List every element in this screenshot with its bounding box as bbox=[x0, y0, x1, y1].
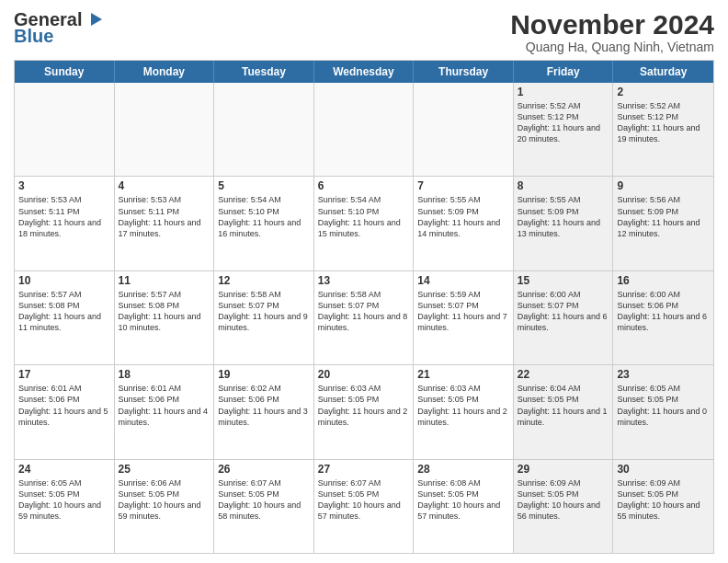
day-number: 30 bbox=[617, 463, 710, 476]
cell-info: Sunrise: 6:05 AM Sunset: 5:05 PM Dayligh… bbox=[18, 477, 110, 523]
cell-info: Sunrise: 5:57 AM Sunset: 5:08 PM Dayligh… bbox=[119, 289, 210, 334]
cal-cell-21: 21Sunrise: 6:03 AM Sunset: 5:05 PM Dayli… bbox=[414, 365, 514, 458]
cell-info: Sunrise: 5:55 AM Sunset: 5:09 PM Dayligh… bbox=[417, 194, 509, 239]
header-day-saturday: Saturday bbox=[613, 61, 713, 83]
day-number: 13 bbox=[318, 274, 410, 287]
cal-cell-11: 11Sunrise: 5:57 AM Sunset: 5:08 PM Dayli… bbox=[115, 271, 215, 364]
cell-info: Sunrise: 6:00 AM Sunset: 5:06 PM Dayligh… bbox=[617, 289, 710, 334]
cal-cell-2: 2Sunrise: 5:52 AM Sunset: 5:12 PM Daylig… bbox=[613, 83, 713, 176]
cell-info: Sunrise: 6:09 AM Sunset: 5:05 PM Dayligh… bbox=[617, 477, 710, 523]
cell-info: Sunrise: 6:07 AM Sunset: 5:05 PM Dayligh… bbox=[218, 477, 310, 523]
day-number: 24 bbox=[18, 463, 110, 476]
cell-info: Sunrise: 5:53 AM Sunset: 5:11 PM Dayligh… bbox=[18, 194, 110, 239]
cal-cell-8: 8Sunrise: 5:55 AM Sunset: 5:09 PM Daylig… bbox=[514, 177, 614, 270]
cal-cell-empty-0-0 bbox=[15, 83, 115, 176]
cell-info: Sunrise: 6:02 AM Sunset: 5:06 PM Dayligh… bbox=[218, 383, 310, 428]
cell-info: Sunrise: 5:58 AM Sunset: 5:07 PM Dayligh… bbox=[318, 289, 410, 334]
cal-cell-5: 5Sunrise: 5:54 AM Sunset: 5:10 PM Daylig… bbox=[214, 177, 314, 270]
day-number: 8 bbox=[518, 179, 609, 192]
cal-cell-27: 27Sunrise: 6:07 AM Sunset: 5:05 PM Dayli… bbox=[314, 460, 415, 553]
cal-cell-9: 9Sunrise: 5:56 AM Sunset: 5:09 PM Daylig… bbox=[613, 177, 713, 270]
cell-info: Sunrise: 6:04 AM Sunset: 5:05 PM Dayligh… bbox=[518, 383, 609, 428]
cal-cell-13: 13Sunrise: 5:58 AM Sunset: 5:07 PM Dayli… bbox=[314, 271, 415, 364]
day-number: 21 bbox=[417, 368, 509, 381]
cal-cell-1: 1Sunrise: 5:52 AM Sunset: 5:12 PM Daylig… bbox=[514, 83, 614, 176]
header-day-friday: Friday bbox=[514, 61, 614, 83]
cal-cell-16: 16Sunrise: 6:00 AM Sunset: 5:06 PM Dayli… bbox=[613, 271, 713, 364]
cell-info: Sunrise: 5:56 AM Sunset: 5:09 PM Dayligh… bbox=[617, 194, 710, 239]
day-number: 16 bbox=[617, 274, 710, 287]
day-number: 18 bbox=[119, 368, 210, 381]
cal-cell-empty-0-2 bbox=[214, 83, 314, 176]
cell-info: Sunrise: 6:09 AM Sunset: 5:05 PM Dayligh… bbox=[518, 477, 609, 523]
logo-blue-text: Blue bbox=[14, 26, 53, 47]
day-number: 26 bbox=[218, 463, 310, 476]
day-number: 2 bbox=[617, 86, 710, 98]
day-number: 20 bbox=[318, 368, 410, 381]
day-number: 1 bbox=[518, 86, 609, 98]
day-number: 3 bbox=[18, 179, 110, 192]
calendar: SundayMondayTuesdayWednesdayThursdayFrid… bbox=[14, 60, 714, 554]
header-day-tuesday: Tuesday bbox=[214, 61, 314, 83]
header-day-thursday: Thursday bbox=[414, 61, 514, 83]
calendar-header: SundayMondayTuesdayWednesdayThursdayFrid… bbox=[15, 61, 713, 83]
cell-info: Sunrise: 5:53 AM Sunset: 5:11 PM Dayligh… bbox=[119, 194, 210, 239]
day-number: 23 bbox=[617, 368, 710, 381]
header-day-wednesday: Wednesday bbox=[314, 61, 415, 83]
cal-cell-6: 6Sunrise: 5:54 AM Sunset: 5:10 PM Daylig… bbox=[314, 177, 415, 270]
day-number: 6 bbox=[318, 179, 410, 192]
cal-cell-12: 12Sunrise: 5:58 AM Sunset: 5:07 PM Dayli… bbox=[214, 271, 314, 364]
day-number: 25 bbox=[119, 463, 210, 476]
day-number: 4 bbox=[119, 179, 210, 192]
cell-info: Sunrise: 6:03 AM Sunset: 5:05 PM Dayligh… bbox=[417, 383, 509, 428]
day-number: 11 bbox=[119, 274, 210, 287]
cal-cell-empty-0-1 bbox=[115, 83, 215, 176]
header: General Blue November 2024 Quang Ha, Qua… bbox=[14, 9, 714, 54]
week-row-1: 1Sunrise: 5:52 AM Sunset: 5:12 PM Daylig… bbox=[15, 83, 713, 176]
cell-info: Sunrise: 6:07 AM Sunset: 5:05 PM Dayligh… bbox=[318, 477, 410, 523]
week-row-3: 10Sunrise: 5:57 AM Sunset: 5:08 PM Dayli… bbox=[15, 270, 713, 364]
day-number: 22 bbox=[518, 368, 609, 381]
location: Quang Ha, Quang Ninh, Vietnam bbox=[510, 40, 714, 54]
day-number: 5 bbox=[218, 179, 310, 192]
svg-marker-0 bbox=[91, 13, 102, 26]
cell-info: Sunrise: 5:59 AM Sunset: 5:07 PM Dayligh… bbox=[417, 289, 509, 334]
week-row-4: 17Sunrise: 6:01 AM Sunset: 5:06 PM Dayli… bbox=[15, 364, 713, 458]
cal-cell-26: 26Sunrise: 6:07 AM Sunset: 5:05 PM Dayli… bbox=[214, 460, 314, 553]
day-number: 19 bbox=[218, 368, 310, 381]
cal-cell-15: 15Sunrise: 6:00 AM Sunset: 5:07 PM Dayli… bbox=[514, 271, 614, 364]
cell-info: Sunrise: 5:55 AM Sunset: 5:09 PM Dayligh… bbox=[518, 194, 609, 239]
title-area: November 2024 Quang Ha, Quang Ninh, Viet… bbox=[510, 9, 714, 54]
week-row-2: 3Sunrise: 5:53 AM Sunset: 5:11 PM Daylig… bbox=[15, 176, 713, 270]
cal-cell-23: 23Sunrise: 6:05 AM Sunset: 5:05 PM Dayli… bbox=[613, 365, 713, 458]
day-number: 7 bbox=[417, 179, 509, 192]
header-day-monday: Monday bbox=[115, 61, 215, 83]
cal-cell-empty-0-4 bbox=[414, 83, 514, 176]
cal-cell-14: 14Sunrise: 5:59 AM Sunset: 5:07 PM Dayli… bbox=[414, 271, 514, 364]
cal-cell-22: 22Sunrise: 6:04 AM Sunset: 5:05 PM Dayli… bbox=[514, 365, 614, 458]
cal-cell-4: 4Sunrise: 5:53 AM Sunset: 5:11 PM Daylig… bbox=[115, 177, 215, 270]
cell-info: Sunrise: 6:06 AM Sunset: 5:05 PM Dayligh… bbox=[119, 477, 210, 523]
day-number: 27 bbox=[318, 463, 410, 476]
cell-info: Sunrise: 6:05 AM Sunset: 5:05 PM Dayligh… bbox=[617, 383, 710, 428]
cell-info: Sunrise: 6:08 AM Sunset: 5:05 PM Dayligh… bbox=[417, 477, 509, 523]
day-number: 14 bbox=[417, 274, 509, 287]
day-number: 12 bbox=[218, 274, 310, 287]
day-number: 17 bbox=[18, 368, 110, 381]
cal-cell-20: 20Sunrise: 6:03 AM Sunset: 5:05 PM Dayli… bbox=[314, 365, 415, 458]
cal-cell-empty-0-3 bbox=[314, 83, 415, 176]
cal-cell-25: 25Sunrise: 6:06 AM Sunset: 5:05 PM Dayli… bbox=[115, 460, 215, 553]
cell-info: Sunrise: 5:58 AM Sunset: 5:07 PM Dayligh… bbox=[218, 289, 310, 334]
logo-icon bbox=[84, 9, 104, 29]
cell-info: Sunrise: 5:57 AM Sunset: 5:08 PM Dayligh… bbox=[18, 289, 110, 334]
cal-cell-17: 17Sunrise: 6:01 AM Sunset: 5:06 PM Dayli… bbox=[15, 365, 115, 458]
cell-info: Sunrise: 5:54 AM Sunset: 5:10 PM Dayligh… bbox=[218, 194, 310, 239]
week-row-5: 24Sunrise: 6:05 AM Sunset: 5:05 PM Dayli… bbox=[15, 459, 713, 553]
cell-info: Sunrise: 5:54 AM Sunset: 5:10 PM Dayligh… bbox=[318, 194, 410, 239]
cal-cell-24: 24Sunrise: 6:05 AM Sunset: 5:05 PM Dayli… bbox=[15, 460, 115, 553]
cal-cell-30: 30Sunrise: 6:09 AM Sunset: 5:05 PM Dayli… bbox=[613, 460, 713, 553]
calendar-body: 1Sunrise: 5:52 AM Sunset: 5:12 PM Daylig… bbox=[15, 83, 713, 553]
cell-info: Sunrise: 6:00 AM Sunset: 5:07 PM Dayligh… bbox=[518, 289, 609, 334]
cal-cell-19: 19Sunrise: 6:02 AM Sunset: 5:06 PM Dayli… bbox=[214, 365, 314, 458]
cell-info: Sunrise: 6:01 AM Sunset: 5:06 PM Dayligh… bbox=[119, 383, 210, 428]
